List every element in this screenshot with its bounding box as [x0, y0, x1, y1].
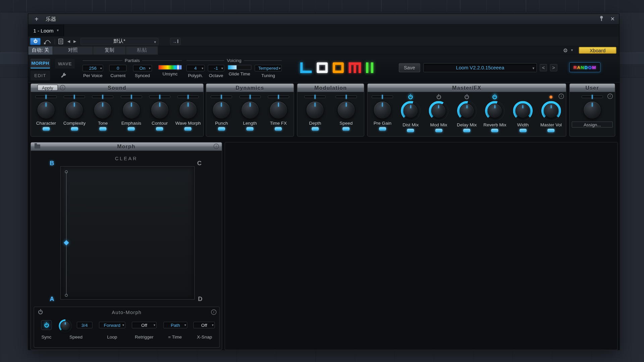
mod-range-slider[interactable] — [582, 96, 603, 98]
pre-gain-knob[interactable] — [374, 101, 392, 119]
compare-button[interactable]: 对照 — [53, 46, 93, 54]
plugin-preset-dropdown[interactable]: Loom V2.2.0.15ceeea ▾ — [423, 63, 537, 72]
preset-file-icon[interactable] — [58, 38, 63, 44]
save-button[interactable]: Save — [399, 63, 420, 72]
automation-led[interactable] — [463, 129, 470, 132]
wave-morph-knob[interactable] — [179, 101, 197, 119]
automation-led[interactable] — [379, 127, 386, 131]
gear-icon[interactable]: ⚙ — [563, 47, 568, 53]
automation-led[interactable] — [435, 129, 442, 132]
automation-led[interactable] — [491, 129, 498, 132]
automation-led[interactable] — [247, 127, 254, 131]
info-icon[interactable]: i — [60, 85, 65, 90]
transform-curve-icon[interactable] — [44, 38, 51, 44]
tuning-dropdown[interactable]: Tempered ▾ — [255, 65, 282, 71]
distortion-power-button[interactable] — [408, 95, 413, 99]
jump-to-end-icon[interactable]: → — [170, 38, 181, 45]
mod-fx-power-button[interactable] — [436, 95, 441, 99]
automation-led[interactable] — [156, 127, 163, 131]
automation-led[interactable] — [184, 127, 192, 131]
tab-edit[interactable]: EDIT — [31, 71, 50, 80]
info-icon[interactable]: i — [558, 94, 564, 99]
paste-button[interactable]: 粘贴 — [126, 46, 158, 54]
automation-led[interactable] — [312, 127, 319, 131]
per-voice-dropdown[interactable]: 256 ▾ — [83, 65, 103, 71]
punch-knob[interactable] — [212, 101, 230, 119]
delay-mix-knob[interactable] — [457, 101, 477, 121]
morph-xy-pad[interactable] — [60, 166, 195, 300]
tab-wave[interactable]: WAVE — [55, 59, 75, 68]
time-mode-dropdown[interactable]: Path ▾ — [163, 322, 187, 328]
dist-mix-knob[interactable] — [401, 101, 421, 121]
assign-button[interactable]: Assign... — [572, 121, 612, 127]
path-endpoint-bottom[interactable] — [65, 294, 68, 297]
automation-led[interactable] — [275, 127, 282, 131]
automation-led[interactable] — [71, 127, 78, 131]
morph-corner-a[interactable]: A — [50, 295, 54, 302]
xboard-button[interactable]: Xboard — [579, 47, 616, 54]
sync-rate-field[interactable]: 3/4 — [77, 322, 93, 328]
polyphony-dropdown[interactable]: 4 ▾ — [186, 65, 205, 71]
random-button[interactable]: R A N D O M — [569, 62, 600, 72]
loop-dropdown[interactable]: Forward ▾ — [99, 322, 125, 328]
user-knob[interactable] — [583, 101, 601, 119]
mod-range-slider[interactable] — [35, 96, 57, 98]
automation-led[interactable] — [520, 129, 527, 132]
automation-led[interactable] — [43, 127, 50, 131]
depth-knob[interactable] — [306, 101, 324, 119]
master-vol-knob[interactable] — [541, 101, 561, 121]
info-icon[interactable]: i — [607, 94, 613, 99]
auto-morph-sync-power-button[interactable] — [41, 320, 52, 330]
tone-knob[interactable] — [94, 101, 112, 119]
character-knob[interactable] — [37, 101, 55, 119]
morph-corner-d[interactable]: D — [198, 295, 202, 302]
unsync-slider[interactable] — [158, 65, 182, 70]
close-icon[interactable]: ✕ — [610, 16, 615, 22]
info-icon[interactable]: i — [211, 309, 216, 315]
delay-power-button[interactable] — [465, 95, 469, 99]
next-preset-button[interactable]: > — [550, 64, 557, 71]
mod-range-slider[interactable] — [64, 96, 85, 98]
info-icon[interactable]: i — [214, 144, 219, 149]
automation-toggle-button[interactable]: 自动: 关 — [28, 46, 53, 54]
mod-range-slider[interactable] — [120, 96, 142, 98]
emphasis-knob[interactable] — [122, 101, 140, 119]
tab-morph[interactable]: MORPH — [31, 59, 50, 68]
apply-button[interactable]: Apply — [37, 84, 58, 90]
copy-button[interactable]: 复制 — [93, 46, 126, 54]
mod-range-slider[interactable] — [268, 96, 289, 98]
automation-led[interactable] — [99, 127, 106, 131]
wrench-icon[interactable] — [60, 72, 67, 80]
mod-range-slider[interactable] — [149, 96, 170, 98]
next-preset-icon[interactable]: ▶ — [73, 39, 76, 43]
width-knob[interactable] — [513, 101, 533, 121]
path-endpoint-top[interactable] — [65, 170, 68, 173]
previous-preset-icon[interactable]: ◀ — [67, 39, 70, 43]
glide-time-slider[interactable] — [227, 65, 251, 70]
instrument-tab[interactable]: 1 - Loom ▾ — [28, 24, 64, 37]
add-instrument-button[interactable]: + — [33, 16, 41, 22]
prev-preset-button[interactable]: < — [540, 64, 547, 71]
mod-range-slider[interactable] — [211, 96, 232, 98]
automation-led[interactable] — [218, 127, 225, 131]
contour-knob[interactable] — [151, 101, 169, 119]
auto-morph-speed-knob[interactable] — [59, 319, 72, 333]
complexity-knob[interactable] — [65, 101, 84, 119]
automation-led[interactable] — [342, 127, 350, 131]
automation-led[interactable] — [128, 127, 135, 131]
automation-led[interactable] — [407, 129, 414, 132]
synced-dropdown[interactable]: On ▾ — [133, 65, 152, 71]
current-field[interactable]: 0 — [109, 65, 126, 71]
pin-icon[interactable] — [599, 15, 604, 23]
clear-button[interactable]: CLEAR — [31, 156, 222, 161]
morph-corner-c[interactable]: C — [197, 160, 202, 167]
mod-range-slider[interactable] — [92, 96, 114, 98]
time-fx-knob[interactable] — [269, 101, 287, 119]
daw-preset-dropdown[interactable]: 默认* ▾ — [80, 38, 159, 45]
reverb-power-button[interactable] — [493, 95, 497, 99]
mod-range-slider[interactable] — [239, 96, 261, 98]
mod-range-slider[interactable] — [372, 96, 393, 98]
plugin-power-button[interactable] — [30, 38, 41, 45]
mod-range-slider[interactable] — [305, 96, 326, 98]
retrigger-dropdown[interactable]: Off ▾ — [132, 322, 156, 328]
